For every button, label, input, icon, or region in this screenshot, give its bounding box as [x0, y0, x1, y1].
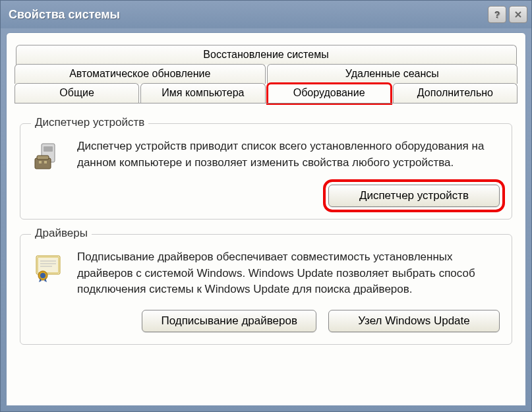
- tab-remote[interactable]: Удаленные сеансы: [267, 64, 518, 84]
- close-icon: [514, 11, 522, 18]
- tab-system-restore[interactable]: Восстановление системы: [16, 45, 517, 65]
- svg-rect-6: [36, 256, 60, 274]
- groupbox-device-manager: Диспетчер устройств Диспетчер устройств …: [20, 123, 512, 220]
- tab-advanced[interactable]: Дополнительно: [393, 83, 517, 103]
- certificate-icon: [32, 252, 64, 283]
- dialog-content: Восстановление системы Автоматическое об…: [6, 32, 526, 406]
- device-manager-icon: [32, 141, 64, 173]
- windows-update-button[interactable]: Узел Windows Update: [328, 310, 500, 332]
- tab-general[interactable]: Общие: [15, 83, 139, 103]
- svg-rect-1: [44, 146, 53, 152]
- driver-signing-button[interactable]: Подписывание драйверов: [142, 310, 316, 332]
- titlebar[interactable]: Свойства системы ?: [1, 1, 531, 28]
- groupbox-title-drivers: Драйверы: [31, 227, 92, 240]
- groupbox-drivers: Драйверы: [20, 234, 512, 345]
- tabs: Восстановление системы Автоматическое об…: [7, 45, 525, 103]
- help-button[interactable]: ?: [488, 6, 506, 23]
- window-title: Свойства системы: [9, 8, 488, 22]
- titlebar-buttons: ?: [488, 6, 527, 23]
- system-properties-window: Свойства системы ? Восстановление систем…: [0, 0, 532, 412]
- svg-rect-4: [39, 161, 42, 163]
- svg-point-12: [40, 273, 45, 278]
- drivers-description: Подписывание драйверов обеспечивает совм…: [77, 249, 500, 298]
- tab-auto-updates[interactable]: Автоматическое обновление: [15, 64, 266, 84]
- groupbox-title-devmgr: Диспетчер устройств: [31, 116, 148, 129]
- svg-rect-5: [44, 161, 47, 163]
- close-button[interactable]: [509, 6, 527, 23]
- tab-computer-name[interactable]: Имя компьютера: [140, 83, 265, 103]
- device-manager-button[interactable]: Диспетчер устройств: [328, 185, 500, 207]
- tab-hardware[interactable]: Оборудование: [267, 83, 392, 104]
- tab-panel-hardware: Диспетчер устройств Диспетчер устройств …: [15, 103, 517, 345]
- device-manager-description: Диспетчер устройств приводит список всег…: [77, 138, 500, 171]
- svg-rect-3: [37, 156, 49, 160]
